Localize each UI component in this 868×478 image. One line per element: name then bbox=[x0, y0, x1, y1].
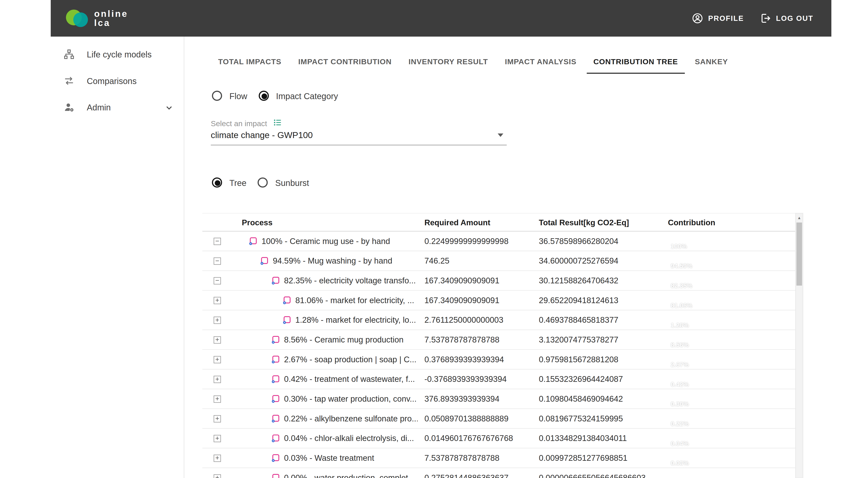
tab-bar: TOTAL IMPACTSIMPACT CONTRIBUTIONINVENTOR… bbox=[211, 53, 735, 74]
total-result-value: 0.08196775324159995 bbox=[533, 414, 663, 423]
sidebar-item-admin[interactable]: Admin bbox=[51, 94, 184, 120]
process-label: 94.59% - Mug washing - by hand bbox=[273, 256, 392, 265]
required-amount-value: 7.537878787878788 bbox=[417, 335, 533, 344]
process-cell: 0.30% - tap water production, conv... bbox=[203, 394, 418, 403]
radio-flow[interactable]: Flow bbox=[212, 91, 247, 101]
process-label: 81.06% - market for electricity, ... bbox=[296, 296, 414, 305]
logo-line2: lca bbox=[94, 18, 110, 27]
radio-tree[interactable]: Tree bbox=[212, 178, 246, 188]
expand-toggle[interactable]: + bbox=[214, 317, 221, 324]
process-icon bbox=[271, 355, 280, 364]
required-amount-value: 167.3409090909091 bbox=[417, 276, 533, 285]
scrollbar-thumb[interactable] bbox=[797, 223, 802, 286]
process-label: 0.00% - water production, complet... bbox=[284, 473, 415, 478]
total-result-value: 36.578598966280204 bbox=[533, 236, 663, 246]
sidebar-item-label: Admin bbox=[87, 102, 111, 112]
required-amount-value: -0.3768939393939394 bbox=[417, 375, 533, 384]
process-cell: 2.67% - soap production | soap | C... bbox=[203, 355, 418, 364]
impact-select-label: Select an impact bbox=[211, 119, 267, 128]
sidebar-item-life-cycle-models[interactable]: Life cycle models bbox=[51, 41, 184, 67]
expand-toggle[interactable]: − bbox=[214, 277, 221, 284]
table-row: + 0.04% - chlor-alkali electrolysis, di.… bbox=[203, 428, 796, 448]
view-radio-group: Tree Sunburst bbox=[212, 178, 309, 188]
logo-circles-icon bbox=[65, 6, 89, 31]
tab-total-impacts[interactable]: TOTAL IMPACTS bbox=[211, 53, 288, 74]
process-cell: 0.04% - chlor-alkali electrolysis, di... bbox=[203, 434, 418, 443]
table-row: + 0.03% - Waste treatment 7.537878787878… bbox=[203, 448, 796, 468]
tab-inventory-result[interactable]: INVENTORY RESULT bbox=[402, 53, 495, 74]
expand-toggle[interactable]: + bbox=[214, 455, 221, 462]
expand-toggle[interactable]: − bbox=[214, 237, 221, 245]
impact-select-label-row: Select an impact bbox=[211, 118, 282, 129]
dropdown-caret-icon bbox=[498, 134, 503, 137]
process-icon bbox=[271, 454, 280, 462]
tab-impact-contribution[interactable]: IMPACT CONTRIBUTION bbox=[291, 53, 399, 74]
required-amount-value: 7.537878787878788 bbox=[417, 453, 533, 463]
process-cell: 82.35% - electricity voltage transfo... bbox=[203, 276, 418, 285]
profile-button[interactable]: PROFILE bbox=[692, 12, 744, 24]
expand-toggle[interactable]: + bbox=[214, 376, 221, 383]
radio-circle-icon bbox=[258, 178, 268, 188]
process-cell: 1.28% - market for electricity, lo... bbox=[203, 316, 418, 324]
main-content: TOTAL IMPACTSIMPACT CONTRIBUTIONINVENTOR… bbox=[185, 37, 831, 478]
process-icon bbox=[271, 375, 280, 383]
radio-label: Tree bbox=[229, 178, 246, 187]
required-amount-value: 0.014960176767676768 bbox=[417, 434, 533, 443]
tab-contribution-tree[interactable]: CONTRIBUTION TREE bbox=[587, 53, 685, 74]
process-label: 82.35% - electricity voltage transfo... bbox=[284, 276, 416, 285]
required-amount-value: 0.27528144886363637 bbox=[417, 473, 533, 478]
logout-button[interactable]: LOG OUT bbox=[760, 12, 813, 24]
hierarchy-icon bbox=[63, 49, 75, 60]
mode-radio-group: Flow Impact Category bbox=[212, 91, 338, 101]
tab-sankey[interactable]: SANKEY bbox=[688, 53, 735, 74]
required-amount-value: 376.8939393939394 bbox=[417, 394, 533, 403]
chevron-down-icon[interactable] bbox=[163, 102, 175, 113]
table-row: + 81.06% - market for electricity, ... 1… bbox=[203, 291, 796, 310]
radio-sunburst[interactable]: Sunburst bbox=[258, 178, 309, 188]
process-icon bbox=[271, 336, 280, 344]
total-result-value: 34.600000725276594 bbox=[533, 256, 663, 265]
tab-impact-analysis[interactable]: IMPACT ANALYSIS bbox=[498, 53, 583, 74]
scrollbar-up-arrow-icon[interactable]: ▲ bbox=[796, 214, 803, 221]
expand-toggle[interactable]: + bbox=[214, 435, 221, 442]
expand-toggle[interactable]: + bbox=[214, 336, 221, 344]
required-amount-value: 746.25 bbox=[417, 256, 533, 265]
process-cell: 94.59% - Mug washing - by hand bbox=[203, 256, 418, 265]
process-icon bbox=[271, 276, 280, 285]
expand-toggle[interactable]: + bbox=[214, 395, 221, 403]
column-header-required-amount: Required Amount bbox=[417, 218, 533, 227]
total-result-value: 0.013348291384034011 bbox=[533, 434, 663, 443]
expand-toggle[interactable]: + bbox=[214, 474, 221, 478]
required-amount-value: 167.3409090909091 bbox=[417, 296, 533, 305]
expand-toggle[interactable]: + bbox=[214, 297, 221, 304]
logout-icon bbox=[760, 12, 772, 24]
admin-user-icon bbox=[63, 101, 75, 114]
required-amount-value: 2.7611250000000003 bbox=[417, 316, 533, 324]
radio-label: Flow bbox=[229, 91, 247, 101]
table-row: + 0.30% - tap water production, conv... … bbox=[203, 389, 796, 409]
expand-toggle[interactable]: + bbox=[214, 356, 221, 363]
expand-toggle[interactable]: + bbox=[214, 415, 221, 422]
radio-impact-category[interactable]: Impact Category bbox=[258, 91, 338, 101]
radio-circle-icon bbox=[258, 91, 269, 101]
required-amount-value: 0.22499999999999998 bbox=[417, 236, 533, 246]
process-label: 0.04% - chlor-alkali electrolysis, di... bbox=[284, 434, 414, 443]
table-row: + 0.42% - treatment of wastewater, f... … bbox=[203, 370, 796, 389]
column-header-contribution: Contribution bbox=[663, 218, 795, 227]
table-row: − 100% - Ceramic mug use - by hand 0.224… bbox=[203, 231, 796, 251]
impact-select[interactable]: climate change - GWP100 bbox=[211, 130, 506, 145]
page: online lca PROFILE bbox=[0, 0, 868, 478]
table-scrollbar[interactable]: ▲ bbox=[795, 213, 803, 478]
table-row: + 2.67% - soap production | soap | C... … bbox=[203, 350, 796, 370]
table-row: + 0.00% - water production, complet... 0… bbox=[203, 468, 796, 478]
expand-toggle[interactable]: − bbox=[214, 257, 221, 265]
process-cell: 81.06% - market for electricity, ... bbox=[203, 296, 418, 305]
process-icon bbox=[271, 474, 280, 478]
table-row: + 0.22% - alkylbenzene sulfonate pro... … bbox=[203, 409, 796, 428]
table-row: − 82.35% - electricity voltage transfo..… bbox=[203, 271, 796, 291]
sidebar-item-comparisons[interactable]: Comparisons bbox=[51, 68, 184, 94]
total-result-value: 30.121588264706432 bbox=[533, 276, 663, 285]
process-label: 0.42% - treatment of wastewater, f... bbox=[284, 375, 415, 384]
required-amount-value: 0.05089701388888889 bbox=[417, 414, 533, 423]
table-body: − 100% - Ceramic mug use - by hand 0.224… bbox=[203, 231, 796, 478]
